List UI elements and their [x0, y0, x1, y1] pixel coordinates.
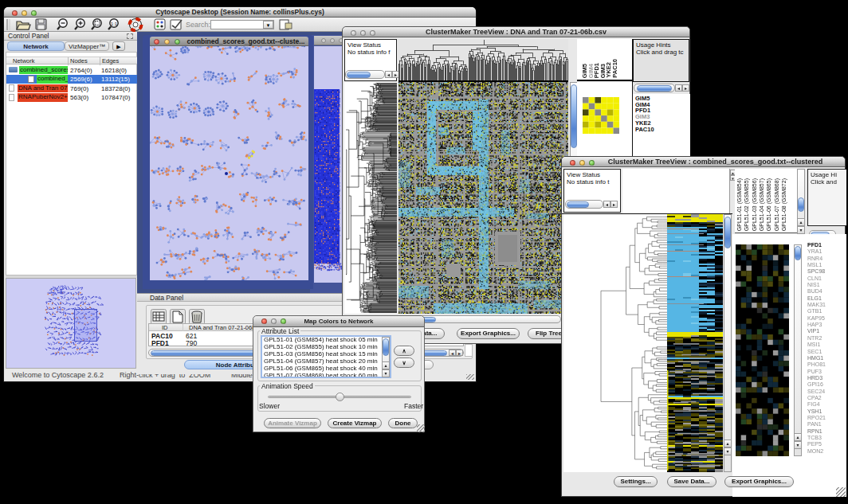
svg-text:1:1: 1:1 — [111, 21, 118, 26]
